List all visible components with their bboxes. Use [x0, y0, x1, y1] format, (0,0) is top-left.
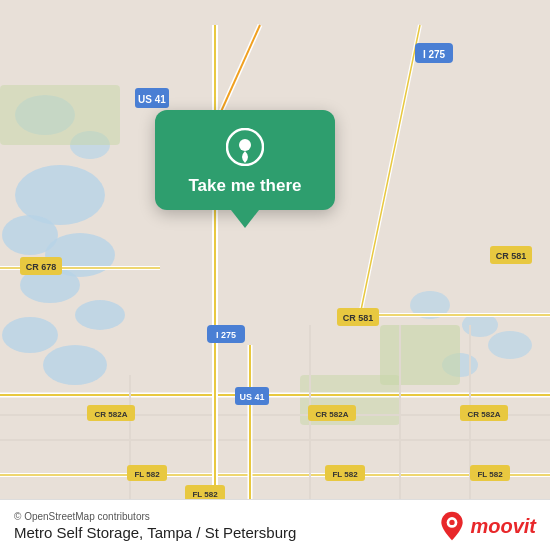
popup[interactable]: Take me there: [155, 110, 335, 228]
svg-text:FL 582: FL 582: [477, 470, 503, 479]
svg-text:I 275: I 275: [216, 330, 236, 340]
popup-box[interactable]: Take me there: [155, 110, 335, 210]
svg-point-70: [450, 520, 455, 525]
attribution: © OpenStreetMap contributors: [14, 511, 296, 522]
svg-text:US 41: US 41: [138, 94, 166, 105]
svg-line-32: [360, 25, 420, 315]
location-pin-icon: [226, 128, 264, 166]
map-container: I 275 US 41 CR 678 CR 581 CR 581 I 275 U…: [0, 0, 550, 550]
svg-point-11: [488, 331, 532, 359]
popup-label: Take me there: [188, 176, 301, 196]
svg-rect-14: [0, 85, 120, 145]
svg-point-4: [75, 300, 125, 330]
svg-text:CR 582A: CR 582A: [95, 410, 128, 419]
map-svg: I 275 US 41 CR 678 CR 581 CR 581 I 275 U…: [0, 0, 550, 550]
svg-text:CR 678: CR 678: [26, 262, 57, 272]
svg-text:FL 582: FL 582: [192, 490, 218, 499]
bottom-left: © OpenStreetMap contributors Metro Self …: [14, 511, 296, 541]
location-name: Metro Self Storage, Tampa / St Petersbur…: [14, 524, 296, 541]
svg-text:CR 581: CR 581: [496, 251, 527, 261]
svg-text:CR 582A: CR 582A: [316, 410, 349, 419]
svg-point-6: [43, 345, 107, 385]
svg-text:FL 582: FL 582: [134, 470, 160, 479]
moovit-text: moovit: [470, 515, 536, 538]
svg-point-5: [2, 317, 58, 353]
svg-point-68: [239, 139, 251, 151]
svg-text:CR 581: CR 581: [343, 313, 374, 323]
svg-text:US 41: US 41: [239, 392, 264, 402]
moovit-pin-icon: [438, 510, 466, 542]
moovit-logo: moovit: [438, 510, 536, 542]
svg-text:FL 582: FL 582: [332, 470, 358, 479]
popup-arrow: [231, 210, 259, 228]
bottom-bar: © OpenStreetMap contributors Metro Self …: [0, 499, 550, 550]
svg-text:CR 582A: CR 582A: [468, 410, 501, 419]
svg-text:I 275: I 275: [423, 49, 446, 60]
